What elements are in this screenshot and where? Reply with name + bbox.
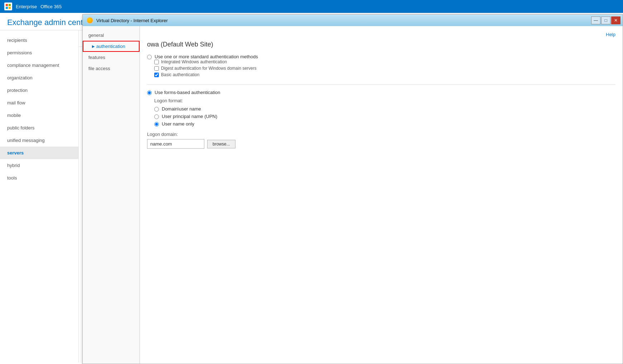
upn-radio[interactable] [154, 114, 159, 119]
forms-auth-section: Use forms-based authentication Logon for… [147, 90, 615, 149]
sidebar-item-compliance-management[interactable]: compliance management [0, 59, 78, 72]
sidebar-item-organization[interactable]: organization [0, 72, 78, 84]
enterprise-label: Enterprise [16, 4, 37, 9]
maximize-button[interactable]: □ [601, 16, 610, 24]
logon-domain-section: Logon domain: browse... [147, 132, 615, 149]
integrated-windows-row: Integrated Windows authentication [154, 59, 615, 64]
sidebar-item-recipients[interactable]: recipients [0, 34, 78, 46]
nav-authentication[interactable]: ▶ authentication [83, 41, 140, 52]
upn-row: User principal name (UPN) [154, 114, 615, 119]
nav-arrow-icon: ▶ [92, 44, 95, 48]
basic-auth-checkbox[interactable] [154, 73, 159, 77]
standard-auth-options: Integrated Windows authentication Digest… [154, 59, 615, 77]
sidebar-item-public-folders[interactable]: public folders [0, 122, 78, 134]
username-only-row: User name only [154, 121, 615, 127]
sidebar-item-servers[interactable]: servers [0, 147, 78, 159]
ie-window-buttons: — □ ✕ [591, 16, 620, 24]
basic-auth-row: Basic authentication [154, 72, 615, 77]
ie-titlebar-left: Virtual Directory - Internet Explorer [86, 17, 168, 24]
nav-file-access[interactable]: file access [83, 63, 140, 74]
domain-username-radio[interactable] [154, 107, 159, 112]
integrated-windows-label: Integrated Windows authentication [161, 59, 227, 64]
forms-auth-radio-row: Use forms-based authentication [147, 90, 615, 95]
logon-domain-label: Logon domain: [147, 132, 615, 137]
sidebar: recipientspermissionscompliance manageme… [0, 30, 79, 362]
help-link[interactable]: Help [147, 32, 615, 37]
sidebar-item-hybrid[interactable]: hybrid [0, 159, 78, 172]
sidebar-item-permissions[interactable]: permissions [0, 46, 78, 59]
sidebar-item-unified-messaging[interactable]: unified messaging [0, 134, 78, 147]
logon-domain-row: browse... [147, 139, 615, 149]
standard-auth-label: Use one or more standard authentication … [155, 54, 258, 59]
logon-format-section: Logon format: Domain\user name User prin… [147, 98, 615, 127]
svg-rect-1 [9, 4, 11, 6]
close-button[interactable]: ✕ [611, 16, 620, 24]
ie-dialog: Virtual Directory - Internet Explorer — … [82, 14, 623, 364]
main-layout: recipientspermissionscompliance manageme… [0, 30, 623, 362]
dialog-section-title: owa (Default Web Site) [147, 41, 615, 48]
office-logo [4, 3, 12, 10]
username-only-radio[interactable] [154, 122, 159, 127]
svg-rect-2 [6, 7, 8, 9]
digest-auth-label: Digest authentication for Windows domain… [161, 66, 257, 71]
basic-auth-label: Basic authentication [161, 72, 199, 77]
logon-format-options: Domain\user name User principal name (UP… [154, 106, 615, 127]
digest-auth-checkbox[interactable] [154, 66, 159, 71]
ie-titlebar: Virtual Directory - Internet Explorer — … [83, 15, 623, 26]
domain-username-label: Domain\user name [162, 106, 201, 112]
nav-features[interactable]: features [83, 52, 140, 63]
forms-auth-label: Use forms-based authentication [155, 90, 220, 95]
standard-auth-section: Use one or more standard authentication … [147, 54, 615, 77]
ie-globe-icon [86, 17, 93, 24]
domain-username-row: Domain\user name [154, 106, 615, 112]
standard-auth-radio-row: Use one or more standard authentication … [147, 54, 615, 59]
ie-dialog-title: Virtual Directory - Internet Explorer [96, 18, 168, 23]
sidebar-item-tools[interactable]: tools [0, 172, 78, 184]
section-divider [147, 84, 615, 85]
standard-auth-radio[interactable] [147, 55, 152, 59]
dialog-nav: general ▶ authentication features file a… [83, 26, 140, 364]
digest-auth-row: Digest authentication for Windows domain… [154, 66, 615, 71]
browse-button[interactable]: browse... [207, 140, 235, 148]
ie-content: general ▶ authentication features file a… [83, 26, 623, 364]
dialog-main: Help owa (Default Web Site) Use one or m… [140, 26, 623, 364]
upn-label: User principal name (UPN) [162, 114, 217, 119]
logon-format-label: Logon format: [154, 98, 615, 103]
sidebar-item-mail-flow[interactable]: mail flow [0, 97, 78, 109]
svg-rect-3 [9, 7, 11, 9]
logon-domain-input[interactable] [147, 139, 204, 149]
svg-rect-0 [6, 4, 8, 6]
sidebar-item-protection[interactable]: protection [0, 84, 78, 97]
nav-general[interactable]: general [83, 30, 140, 41]
sidebar-item-mobile[interactable]: mobile [0, 109, 78, 122]
office365-label: Office 365 [40, 4, 62, 9]
minimize-button[interactable]: — [591, 16, 600, 24]
username-only-label: User name only [162, 121, 194, 127]
ie-dialog-overlay: Virtual Directory - Internet Explorer — … [72, 0, 623, 364]
integrated-windows-checkbox[interactable] [154, 60, 159, 64]
forms-auth-radio[interactable] [147, 90, 152, 95]
nav-authentication-label: authentication [96, 44, 125, 49]
